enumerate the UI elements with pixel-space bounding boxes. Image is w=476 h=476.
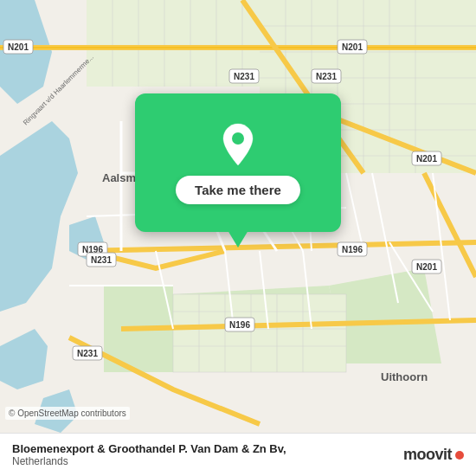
osm-credit: © OpenStreetMap contributors	[5, 407, 130, 420]
place-country: Netherlands	[12, 455, 286, 467]
take-me-there-button[interactable]: Take me there	[176, 176, 300, 204]
place-name: Bloemenexport & Groothandel P. Van Dam &…	[12, 442, 286, 455]
svg-text:N231: N231	[77, 349, 98, 358]
svg-text:N231: N231	[91, 255, 112, 265]
svg-text:N201: N201	[416, 154, 437, 164]
svg-point-55	[232, 132, 244, 145]
map-container: N201 N201 N231 N231 N196 N196 N201 N231 …	[0, 0, 476, 476]
popup-card: Take me there	[135, 93, 341, 232]
svg-text:N196: N196	[229, 320, 250, 330]
moovit-wordmark: moovit	[403, 446, 452, 464]
location-pin-icon	[215, 122, 261, 167]
svg-text:N231: N231	[234, 72, 254, 81]
svg-text:Uithoorn: Uithoorn	[381, 370, 428, 383]
svg-text:N201: N201	[8, 42, 29, 52]
svg-text:N201: N201	[416, 262, 437, 272]
svg-text:N231: N231	[316, 72, 337, 81]
place-info: Bloemenexport & Groothandel P. Van Dam &…	[12, 442, 286, 467]
bottom-bar: Bloemenexport & Groothandel P. Van Dam &…	[0, 433, 476, 476]
moovit-dot	[455, 451, 464, 460]
moovit-logo: moovit	[403, 446, 464, 464]
svg-text:N201: N201	[342, 42, 363, 52]
svg-text:N196: N196	[342, 245, 363, 254]
